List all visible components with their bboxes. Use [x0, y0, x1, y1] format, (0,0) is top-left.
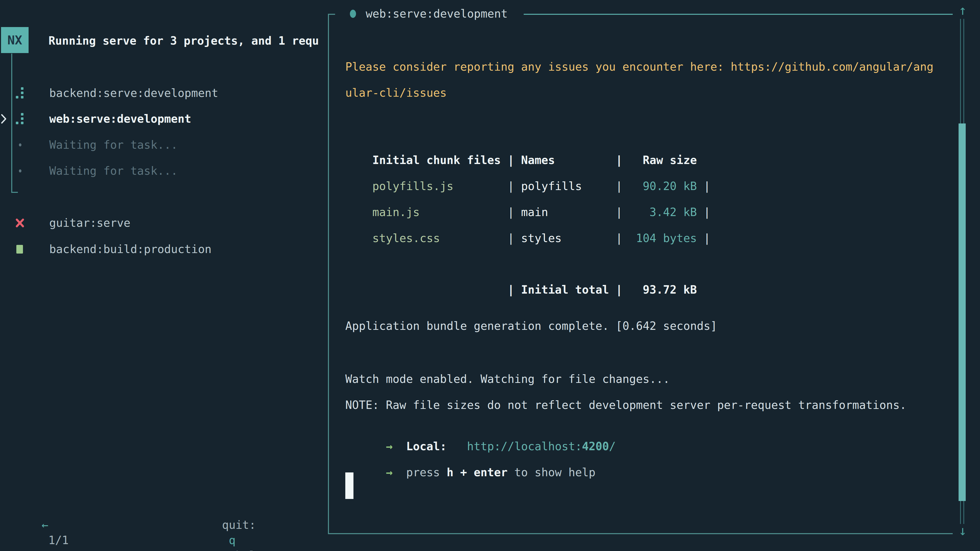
chunk-table-row: polyfills.js|polyfills|90.20 kB|	[345, 163, 710, 179]
task-item-backend-build[interactable]: backend:build:production	[0, 236, 325, 262]
pipe: |	[616, 232, 623, 245]
arrow-icon: →	[386, 466, 393, 479]
pipe: |	[508, 283, 514, 296]
help-hint-prefix: press	[406, 466, 447, 479]
issue-notice-line2: ular-cli/issues	[345, 85, 447, 100]
app-title: Running serve for 3 projects, and 1 requ	[48, 33, 325, 48]
spinner-icon	[15, 113, 24, 125]
chunk-table-header: Initial chunk files|Names|Raw size	[345, 137, 697, 152]
nx-logo-text: NX	[7, 33, 22, 47]
panel-border-bottom	[328, 533, 953, 534]
scroll-down-arrow-icon[interactable]: ↓	[956, 523, 970, 538]
panel-border-top-stub	[328, 14, 335, 15]
chunk-name: styles	[514, 230, 616, 246]
chunk-table-total-row: |Initial total|93.72 kB	[345, 267, 697, 282]
help-hint-line: →press h + enter to show help	[345, 449, 595, 465]
task-item-waiting-1[interactable]: Waiting for task...	[0, 132, 325, 158]
bundle-complete-message: Application bundle generation complete. …	[345, 318, 717, 333]
local-url-line: →Local:http://localhost:4200/	[345, 424, 616, 439]
page-indicator: 1/1	[48, 534, 68, 547]
task-item-guitar-serve[interactable]: guitar:serve	[0, 210, 325, 236]
chunk-table-row: main.js|main|3.42 kB|	[345, 189, 710, 205]
terminal-cursor	[345, 472, 353, 499]
panel-border-top	[524, 14, 953, 15]
keyboard-shortcuts: quit: q help: ?	[195, 502, 269, 517]
task-label: Waiting for task...	[49, 158, 178, 184]
total-size: 93.72 kB	[622, 282, 697, 297]
quit-label: quit:	[222, 518, 256, 531]
panel-border-left	[328, 14, 329, 534]
chunk-size: 104 bytes	[622, 230, 697, 246]
waiting-dot-icon	[19, 169, 21, 172]
issue-notice-line1: Please consider reporting any issues you…	[345, 59, 934, 75]
watch-mode-message: Watch mode enabled. Watching for file ch…	[345, 372, 670, 387]
pipe: |	[616, 283, 623, 296]
chunk-table-row: styles.css|styles|104 bytes|	[345, 215, 710, 230]
scroll-up-arrow-icon[interactable]: ↑	[956, 3, 970, 18]
spinner-icon	[15, 87, 24, 99]
scrollbar-thumb[interactable]	[959, 124, 966, 501]
task-pagination: ← 1/1 →	[14, 502, 68, 517]
task-item-backend-serve[interactable]: backend:serve:development	[0, 80, 325, 106]
task-label: Waiting for task...	[49, 132, 178, 158]
task-item-web-serve[interactable]: web:serve:development	[0, 106, 325, 132]
help-label: help:	[235, 549, 269, 551]
pipe: |	[697, 232, 711, 245]
chunk-file: styles.css	[372, 230, 508, 246]
waiting-dot-icon	[19, 143, 21, 146]
quit-key: q	[229, 534, 235, 547]
nx-terminal-ui: NX Running serve for 3 projects, and 1 r…	[0, 0, 980, 551]
help-hint-suffix: to show help	[508, 466, 595, 479]
task-label: backend:build:production	[49, 236, 212, 262]
selection-chevron-icon	[0, 114, 6, 124]
failed-cross-icon	[15, 218, 24, 228]
task-label: guitar:serve	[49, 210, 130, 236]
nx-logo: NX	[1, 27, 29, 53]
page-prev-arrow-icon[interactable]: ←	[41, 518, 48, 531]
task-label: backend:serve:development	[49, 80, 218, 106]
panel-title: web:serve:development	[366, 6, 508, 21]
help-hint-keys: h + enter	[447, 466, 508, 479]
pipe: |	[508, 232, 514, 245]
task-group-guide-corner	[11, 192, 18, 193]
url-slash: /	[609, 440, 616, 453]
note-message: NOTE: Raw file sizes do not reflect deve…	[345, 397, 907, 413]
success-square-icon	[16, 245, 23, 254]
total-label: Initial total	[514, 282, 616, 297]
page-next-arrow-icon[interactable]: →	[48, 549, 55, 551]
running-status-dot-icon	[350, 10, 356, 18]
task-item-waiting-2[interactable]: Waiting for task...	[0, 158, 325, 184]
task-label: web:serve:development	[49, 106, 191, 132]
